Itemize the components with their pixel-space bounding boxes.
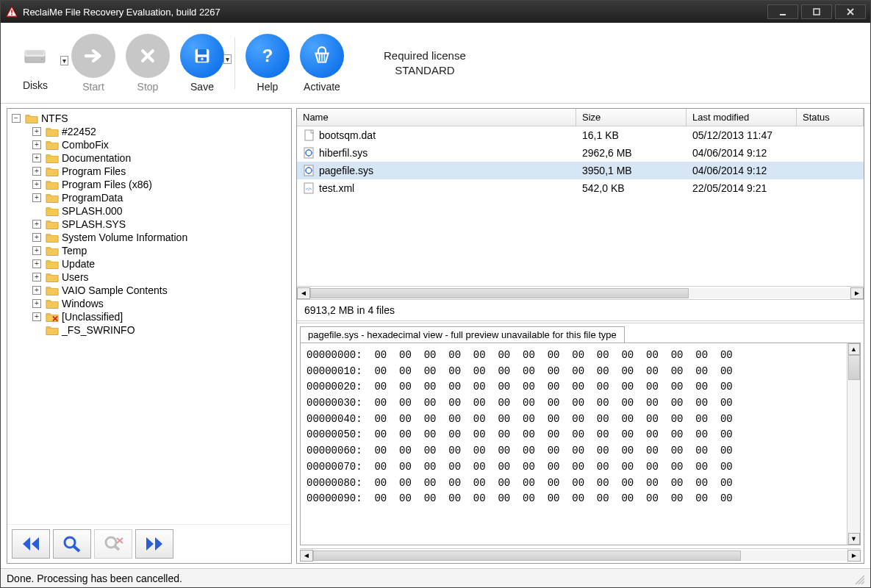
file-row[interactable]: bootsqm.dat16,1 KB05/12/2013 11:47	[297, 126, 864, 144]
file-icon	[303, 129, 316, 141]
nav-last-button[interactable]	[135, 529, 173, 559]
file-row[interactable]: pagefile.sys3950,1 MB04/06/2014 9:12	[297, 162, 864, 179]
col-status[interactable]: Status	[797, 109, 864, 126]
expand-icon[interactable]: +	[32, 180, 41, 189]
scroll-right-icon[interactable]: ►	[847, 550, 861, 562]
tree-item[interactable]: +Windows	[9, 297, 290, 310]
scroll-track[interactable]	[310, 288, 850, 298]
tree-item[interactable]: +System Volume Information	[9, 231, 290, 244]
tree-item[interactable]: +VAIO Sample Contents	[9, 284, 290, 297]
col-name[interactable]: Name	[297, 109, 576, 126]
help-label: Help	[257, 81, 279, 93]
expand-icon[interactable]: +	[32, 312, 41, 321]
scroll-left-icon[interactable]: ◄	[300, 550, 313, 562]
file-summary: 6913,2 MB in 4 files	[297, 300, 864, 321]
col-size[interactable]: Size	[576, 109, 687, 126]
expand-icon[interactable]: +	[32, 193, 41, 202]
help-button[interactable]: ? Help	[245, 34, 290, 93]
expand-icon[interactable]: +	[32, 246, 41, 255]
svg-rect-4	[780, 14, 786, 15]
file-status	[797, 181, 864, 196]
expand-icon[interactable]: +	[32, 127, 41, 136]
tree-item[interactable]: +[Unclassified]	[9, 310, 290, 323]
tree-item[interactable]: +ProgramData	[9, 191, 290, 204]
license-line2: STANDARD	[384, 63, 466, 78]
tree-item[interactable]: +#22452	[9, 125, 290, 138]
scroll-left-icon[interactable]: ◄	[297, 287, 310, 299]
folder-icon	[46, 325, 59, 335]
svg-rect-27	[305, 130, 313, 140]
hex-view-wrap: 00000000: 00 00 00 00 00 00 00 00 00 00 …	[300, 343, 861, 545]
folder-icon	[46, 219, 59, 229]
minimize-button[interactable]	[767, 4, 798, 19]
expand-icon[interactable]: +	[32, 154, 41, 162]
vscroll-track[interactable]	[848, 355, 860, 533]
tree-item[interactable]: +Update	[9, 257, 290, 270]
content-area: −NTFS+#22452+ComboFix+Documentation+Prog…	[1, 104, 870, 568]
license-info: Required license STANDARD	[384, 49, 466, 77]
stop-button[interactable]: Stop	[126, 34, 170, 93]
stop-label: Stop	[137, 81, 159, 93]
expand-icon[interactable]: +	[32, 286, 41, 295]
tree-item[interactable]: +Users	[9, 270, 290, 284]
start-button[interactable]: Start	[71, 34, 115, 93]
file-list-hscroll[interactable]: ◄ ►	[297, 286, 864, 299]
nav-first-button[interactable]	[12, 529, 50, 559]
folder-icon	[46, 153, 59, 163]
file-row[interactable]: hiberfil.sys2962,6 MB04/06/2014 9:12	[297, 144, 864, 162]
search-button[interactable]	[53, 529, 91, 559]
scroll-right-icon[interactable]: ►	[850, 287, 864, 299]
file-size: 542,0 KB	[576, 181, 687, 196]
file-list-body[interactable]: bootsqm.dat16,1 KB05/12/2013 11:47hiberf…	[297, 126, 864, 286]
expand-icon[interactable]: +	[32, 233, 41, 242]
svg-text:?: ?	[262, 45, 273, 65]
expand-icon[interactable]: +	[32, 273, 41, 282]
expand-icon[interactable]: +	[32, 299, 41, 308]
tree-item[interactable]: +ComboFix	[9, 138, 290, 151]
folder-tree[interactable]: −NTFS+#22452+ComboFix+Documentation+Prog…	[7, 109, 291, 524]
tree-item[interactable]: SPLASH.000	[9, 204, 290, 218]
close-button[interactable]	[835, 4, 866, 19]
scroll-thumb[interactable]	[310, 288, 689, 298]
expand-icon[interactable]: +	[32, 140, 41, 149]
folder-icon	[46, 232, 59, 243]
expand-icon[interactable]: +	[32, 167, 41, 176]
svg-line-24	[115, 546, 119, 550]
tree-item[interactable]: +Documentation	[9, 151, 290, 165]
save-dropdown-icon[interactable]: ▾	[223, 54, 232, 64]
save-button[interactable]: ▾ Save	[180, 34, 224, 93]
tree-item[interactable]: +Program Files (x86)	[9, 178, 290, 191]
file-modified: 22/05/2014 9:21	[687, 181, 797, 196]
file-row[interactable]: </>test.xml542,0 KB22/05/2014 9:21	[297, 179, 864, 197]
scroll-thumb[interactable]	[313, 551, 741, 561]
hex-view[interactable]: 00000000: 00 00 00 00 00 00 00 00 00 00 …	[301, 343, 847, 545]
tree-item[interactable]: +SPLASH.SYS	[9, 218, 290, 231]
file-size: 2962,6 MB	[576, 146, 687, 160]
maximize-button[interactable]	[801, 4, 832, 19]
file-icon: </>	[303, 182, 316, 194]
tree-root[interactable]: −NTFS	[9, 112, 290, 125]
col-modified[interactable]: Last modified	[687, 109, 797, 126]
file-list: Name Size Last modified Status bootsqm.d…	[297, 109, 864, 300]
disks-dropdown-icon[interactable]: ▾	[60, 56, 68, 65]
scroll-down-icon[interactable]: ▼	[848, 533, 860, 545]
tree-item[interactable]: +Temp	[9, 244, 290, 257]
vscroll-thumb[interactable]	[848, 355, 860, 380]
activate-button[interactable]: Activate	[300, 34, 344, 93]
resize-grip-icon[interactable]	[853, 573, 864, 584]
expand-icon[interactable]: +	[32, 220, 41, 229]
tree-item[interactable]: +Program Files	[9, 165, 290, 178]
tree-item-label: ComboFix	[62, 139, 109, 151]
hex-hscroll[interactable]: ◄ ►	[300, 548, 861, 562]
scroll-track[interactable]	[313, 551, 847, 561]
expand-icon[interactable]: +	[32, 259, 41, 268]
tree-item[interactable]: _FS_SWRINFO	[9, 323, 290, 337]
svg-rect-9	[26, 53, 43, 54]
scroll-up-icon[interactable]: ▲	[848, 343, 860, 355]
preview-tab[interactable]: pagefile.sys - hexadecimal view - full p…	[300, 326, 625, 343]
hex-vscroll[interactable]: ▲ ▼	[847, 343, 860, 545]
disks-button[interactable]: ▾ Disks	[10, 35, 61, 91]
app-icon	[5, 5, 18, 18]
folder-icon	[46, 245, 59, 256]
svg-rect-12	[198, 49, 207, 54]
